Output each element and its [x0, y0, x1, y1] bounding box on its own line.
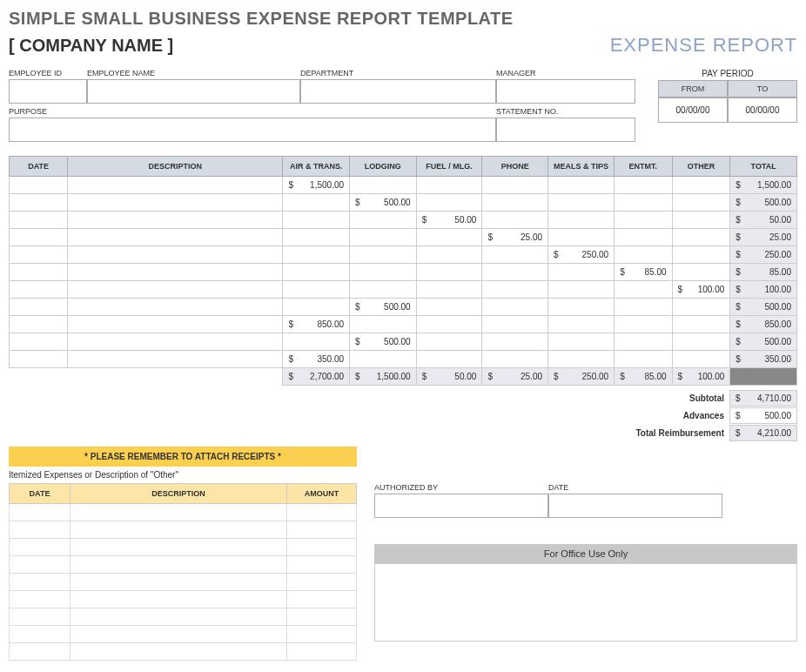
advances-label: Advances	[608, 411, 729, 420]
reimbursement-label: Total Reimbursement	[608, 428, 729, 438]
col-other: OTHER	[672, 157, 730, 177]
table-row[interactable]: $1,500.00$1,500.00	[10, 177, 797, 194]
purpose-input[interactable]	[9, 118, 496, 142]
employee-name-input[interactable]	[87, 79, 300, 104]
itemized-col-description: DESCRIPTION	[71, 484, 287, 504]
list-item[interactable]	[10, 539, 357, 556]
list-item[interactable]	[10, 608, 357, 626]
table-row[interactable]: $500.00$500.00	[10, 333, 797, 351]
table-row[interactable]: $85.00$85.00	[10, 264, 797, 281]
label-purpose: PURPOSE	[9, 105, 496, 118]
col-phone: PHONE	[482, 157, 548, 177]
col-date: DATE	[10, 157, 68, 177]
pay-period-to-header: TO	[728, 80, 797, 97]
table-row[interactable]: $250.00$250.00	[10, 246, 797, 264]
label-authorized-by: AUTHORIZED BY	[374, 481, 548, 494]
company-name: [ COMPANY NAME ]	[9, 36, 173, 56]
label-employee-name: EMPLOYEE NAME	[87, 67, 300, 79]
subtotal-value: $4,710.00	[729, 390, 797, 407]
label-auth-date: DATE	[548, 481, 722, 494]
receipt-reminder: * PLEASE REMEMBER TO ATTACH RECEIPTS *	[9, 447, 357, 467]
department-input[interactable]	[300, 79, 496, 104]
col-lodging: LODGING	[350, 157, 417, 177]
expense-table: DATE DESCRIPTION AIR & TRANS. LODGING FU…	[9, 156, 797, 386]
report-title: EXPENSE REPORT	[610, 34, 797, 57]
page-title: SIMPLE SMALL BUSINESS EXPENSE REPORT TEM…	[9, 9, 797, 29]
list-item[interactable]	[10, 591, 357, 608]
label-statement-no: STATEMENT NO.	[496, 105, 635, 118]
table-row[interactable]: $100.00$100.00	[10, 281, 797, 299]
itemized-title: Itemized Expenses or Description of "Oth…	[9, 467, 357, 483]
label-manager: MANAGER	[496, 67, 635, 79]
advances-value[interactable]: $500.00	[729, 407, 797, 424]
itemized-col-amount: AMOUNT	[287, 484, 357, 504]
col-entmt: ENTMT.	[615, 157, 672, 177]
list-item[interactable]	[10, 556, 357, 574]
list-item[interactable]	[10, 521, 357, 539]
col-total: TOTAL	[730, 157, 797, 177]
list-item[interactable]	[10, 643, 357, 661]
employee-id-input[interactable]	[9, 79, 87, 104]
itemized-col-date: DATE	[10, 484, 71, 504]
table-row[interactable]: $500.00$500.00	[10, 194, 797, 212]
pay-period-to-input[interactable]: 00/00/00	[728, 97, 797, 123]
itemized-table: DATE DESCRIPTION AMOUNT	[9, 483, 357, 661]
table-row[interactable]: $500.00$500.00	[10, 299, 797, 316]
list-item[interactable]	[10, 574, 357, 591]
office-use-header: For Office Use Only	[374, 544, 797, 563]
pay-period-from-header: FROM	[658, 80, 728, 97]
authorized-by-input[interactable]	[374, 494, 548, 518]
label-employee-id: EMPLOYEE ID	[9, 67, 87, 79]
auth-date-input[interactable]	[548, 494, 722, 518]
list-item[interactable]	[10, 504, 357, 521]
table-row[interactable]: $50.00$50.00	[10, 212, 797, 229]
totals-row: $2,700.00$1,500.00$50.00$25.00$250.00$85…	[10, 368, 797, 386]
pay-period-from-input[interactable]: 00/00/00	[658, 97, 728, 123]
pay-period-title: PAY PERIOD	[658, 67, 797, 80]
reimbursement-value: $4,210.00	[729, 425, 797, 441]
subtotal-label: Subtotal	[608, 393, 729, 403]
table-row[interactable]: $350.00$350.00	[10, 351, 797, 368]
col-description: DESCRIPTION	[68, 157, 283, 177]
table-row[interactable]: $25.00$25.00	[10, 229, 797, 246]
col-fuel: FUEL / MLG.	[416, 157, 482, 177]
manager-input[interactable]	[496, 79, 635, 104]
office-use-area[interactable]	[374, 563, 797, 642]
statement-no-input[interactable]	[496, 118, 635, 142]
list-item[interactable]	[10, 626, 357, 643]
table-row[interactable]: $850.00$850.00	[10, 316, 797, 333]
label-department: DEPARTMENT	[300, 67, 496, 79]
col-meals: MEALS & TIPS	[548, 157, 615, 177]
col-air: AIR & TRANS.	[283, 157, 350, 177]
